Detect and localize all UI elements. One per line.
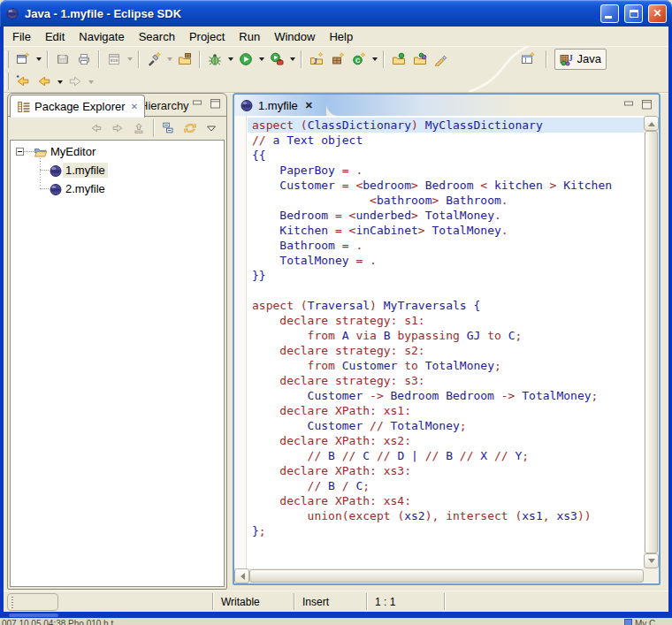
svg-text:J: J	[314, 57, 317, 65]
dropdown-arrow[interactable]	[256, 49, 266, 70]
maximize-button[interactable]	[624, 4, 643, 23]
new-package-button[interactable]	[327, 49, 348, 70]
status-caret-position: 1 : 1	[375, 596, 395, 608]
new-wizard-button[interactable]	[12, 49, 34, 70]
dropdown-arrow[interactable]	[55, 71, 65, 92]
dropdown-arrow[interactable]	[225, 49, 235, 70]
open-package-button[interactable]	[174, 49, 195, 70]
dropdown-arrow[interactable]	[370, 49, 379, 70]
run-external-button[interactable]	[266, 49, 287, 70]
toolbar-grip[interactable]	[5, 72, 9, 90]
myfile-document-icon	[240, 98, 254, 112]
menu-window[interactable]: Window	[267, 28, 322, 45]
code-line: Bathroom = .	[252, 238, 644, 253]
save-button[interactable]	[52, 49, 73, 70]
code-line: declare strategy: s2:	[252, 343, 644, 358]
close-button[interactable]: ✕	[648, 4, 667, 23]
code-line: {{	[252, 148, 644, 163]
vertical-scroll-thumb[interactable]	[645, 131, 658, 553]
minimize-view-button[interactable]	[190, 96, 206, 112]
project-tree: MyEditor1.myfile2.myfile	[11, 141, 224, 198]
dropdown-arrow[interactable]	[125, 49, 134, 70]
minimize-button[interactable]	[600, 4, 619, 23]
code-line: declare XPath: xs1:	[252, 403, 644, 418]
maximize-view-button[interactable]	[208, 96, 224, 112]
print-button[interactable]	[73, 49, 95, 70]
binary-010-button[interactable]: 010	[103, 49, 125, 70]
open-type-purple-button[interactable]	[409, 49, 431, 70]
maximize-editor-button[interactable]	[639, 97, 655, 113]
menu-help[interactable]: Help	[322, 28, 360, 45]
window-title: Java - 1.myfile - Eclipse SDK	[25, 7, 595, 20]
code-line: Customer = <bedroom> Bedroom < kitchen >…	[252, 178, 644, 193]
editor-scrollbar-horizontal[interactable]	[234, 568, 659, 583]
close-editor-tab-icon[interactable]: ✕	[305, 100, 313, 111]
scroll-left-button[interactable]	[234, 568, 249, 583]
editor-scrollbar-vertical[interactable]	[644, 116, 659, 568]
package-explorer-content: MyEditor1.myfile2.myfile	[10, 140, 225, 587]
menu-edit[interactable]: Edit	[38, 28, 72, 45]
menu-search[interactable]: Search	[132, 28, 182, 45]
run-button[interactable]	[235, 49, 256, 70]
code-line: Customer // TotalMoney;	[252, 418, 644, 433]
view-forward-button[interactable]	[107, 118, 128, 139]
tab-package-explorer[interactable]: Package Explorer ✕	[10, 95, 145, 118]
scroll-down-button[interactable]	[644, 553, 659, 568]
build-hammer-button[interactable]	[143, 49, 164, 70]
new-class-icon: C	[352, 52, 366, 66]
editor-tab-label: 1.myfile	[258, 99, 298, 112]
open-type-green-button[interactable]	[388, 49, 409, 70]
tree-item-label: 1.myfile	[63, 163, 108, 178]
tab-1myfile[interactable]: 1.myfile ✕	[234, 95, 326, 116]
tree-item-myeditor[interactable]: MyEditor	[11, 142, 224, 161]
collapse-all-button[interactable]	[158, 118, 179, 139]
dropdown-arrow[interactable]	[86, 71, 95, 92]
view-up-button[interactable]	[128, 118, 149, 139]
back-button[interactable]	[34, 71, 55, 92]
format-brush-icon	[434, 52, 448, 66]
toolbar-separator	[153, 119, 155, 137]
horizontal-scroll-thumb[interactable]	[249, 569, 644, 583]
code-line: aspect (Traversal) MyTraversals {	[252, 298, 644, 313]
format-brush-button[interactable]	[431, 49, 452, 70]
toolbar-separator	[98, 50, 100, 68]
menu-file[interactable]: File	[5, 28, 38, 45]
menu-project[interactable]: Project	[182, 28, 232, 45]
new-class-button[interactable]: C	[348, 49, 370, 70]
tree-item-1myfile[interactable]: 1.myfile	[11, 161, 224, 179]
scroll-down-icon	[648, 559, 655, 567]
dropdown-arrow[interactable]	[164, 49, 174, 70]
scroll-up-button[interactable]	[644, 116, 659, 131]
folder-open-icon	[34, 145, 48, 159]
code-line: from A via B bypassing GJ to C;	[252, 328, 644, 343]
close-tab-icon[interactable]: ✕	[131, 102, 138, 111]
tree-item-label: 2.myfile	[63, 181, 108, 196]
menu-navigate[interactable]: Navigate	[72, 28, 131, 45]
new-java-project-icon: J	[309, 52, 324, 66]
view-menu-icon	[204, 121, 218, 135]
fast-view-bar[interactable]	[7, 593, 58, 611]
menu-run[interactable]: Run	[232, 28, 267, 45]
open-perspective-button[interactable]	[517, 49, 538, 70]
tab-label: Hierarchy	[140, 99, 189, 112]
perspective-switcher: JJava	[517, 49, 607, 70]
tree-expander-icon[interactable]	[16, 148, 24, 156]
view-menu-button[interactable]	[201, 118, 222, 139]
java-perspective-button[interactable]: JJava	[554, 49, 607, 70]
minimize-editor-button[interactable]	[622, 97, 638, 113]
view-back-button[interactable]	[86, 118, 107, 139]
toolbar-grip[interactable]	[5, 50, 9, 68]
link-with-editor-button[interactable]	[179, 118, 201, 139]
open-type-green-icon	[392, 52, 406, 66]
open-perspective-icon	[521, 52, 535, 66]
tree-item-2myfile[interactable]: 2.myfile	[11, 179, 224, 198]
dropdown-arrow[interactable]	[34, 49, 43, 70]
new-java-project-button[interactable]: J	[306, 49, 327, 70]
toolbar-separator	[138, 50, 140, 68]
status-insert-mode: Insert	[302, 596, 329, 608]
back-edit-location-button[interactable]: *	[12, 71, 34, 92]
debug-button[interactable]	[204, 49, 225, 70]
code-area[interactable]: aspect (ClassDictionary) MyClassDictiona…	[248, 116, 644, 568]
dropdown-arrow[interactable]	[287, 49, 297, 70]
forward-button[interactable]	[65, 71, 86, 92]
